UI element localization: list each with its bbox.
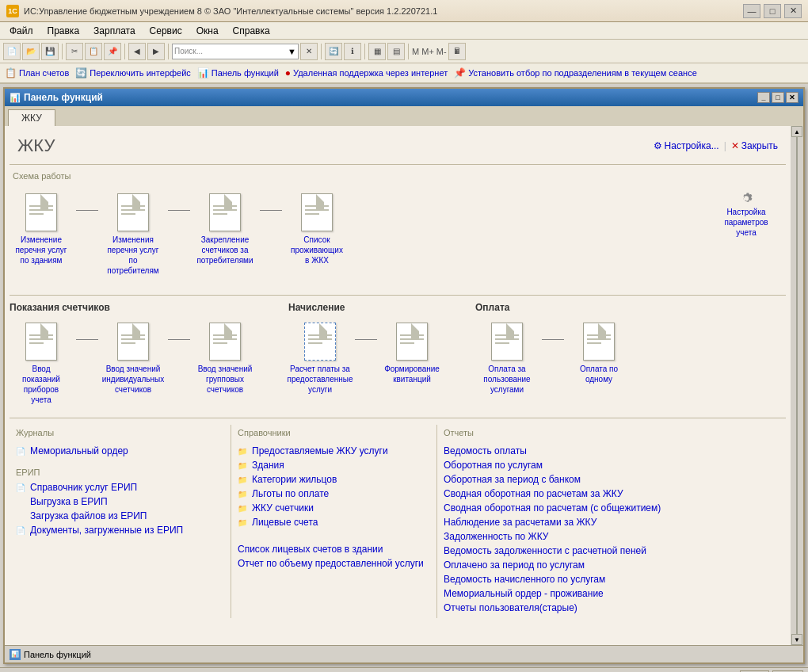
tb-refresh[interactable]: 🔄 bbox=[325, 43, 342, 60]
doc-icon-3 bbox=[209, 193, 241, 231]
report-turnover-bank[interactable]: Оборотная за период с банком bbox=[444, 472, 779, 487]
quick-panel-functions[interactable]: 📊 Панель функций bbox=[197, 67, 279, 78]
section-divider-2 bbox=[10, 418, 786, 418]
sprav-zhku-meters[interactable]: 📁 ЖКУ счетчики bbox=[238, 501, 430, 515]
tb-open[interactable]: 📂 bbox=[22, 43, 40, 60]
settings-button[interactable]: ⚙ Настройка... bbox=[654, 140, 719, 151]
window-title-buttons: _ □ ✕ bbox=[757, 92, 798, 103]
oplata-item-1[interactable]: Оплата за пользование услугами bbox=[475, 319, 539, 398]
window-title-icon: 📊 bbox=[10, 93, 21, 103]
pokazaniya-item-3[interactable]: Ввод значений групповых счетчиков bbox=[193, 319, 257, 398]
arrow-2: —— bbox=[168, 203, 190, 216]
erip-service-ref-link[interactable]: 📄 Справочник услуг ЕРИП bbox=[16, 480, 224, 494]
quick-switch-interface[interactable]: 🔄 Переключить интерфейс bbox=[75, 67, 191, 78]
middle-sections: Показания счетчиков Ввод показаний прибо… bbox=[10, 302, 786, 408]
schema-row: Изменение перечня услуг по зданиям —— Из… bbox=[10, 187, 786, 282]
nachislenie-item-1[interactable]: Расчет платы за предоставленные услуги bbox=[288, 319, 352, 398]
report-payment-statement[interactable]: Ведомость оплаты bbox=[444, 444, 779, 458]
menu-service[interactable]: Сервис bbox=[143, 24, 189, 38]
schema-item-4[interactable]: Список проживающих в ЖКХ bbox=[285, 190, 349, 269]
doc-small-icon3: 📄 bbox=[16, 526, 27, 535]
minimize-button[interactable]: — bbox=[743, 4, 760, 18]
scrollbar-area: ▲ ▼ bbox=[791, 126, 803, 645]
doc-icon-o1 bbox=[491, 323, 523, 361]
sprav-zhku-services[interactable]: 📁 Предоставляемые ЖКУ услуги bbox=[238, 444, 430, 458]
schema-item-1[interactable]: Изменение перечня услуг по зданиям bbox=[10, 190, 73, 269]
doc-icon-n2 bbox=[396, 323, 428, 361]
report-user-old[interactable]: Отчеты пользователя(старые) bbox=[444, 601, 779, 615]
quick-remote-support[interactable]: ● Удаленная поддержка через интернет bbox=[285, 67, 448, 78]
erip-import-link[interactable]: Загрузка файлов из ЕРИП bbox=[16, 509, 224, 523]
schema-item-2[interactable]: Изменения перечня услуг по потребителям bbox=[101, 190, 165, 279]
window-max-button[interactable]: □ bbox=[772, 92, 784, 103]
menu-file[interactable]: Файл bbox=[3, 24, 40, 38]
tb-info[interactable]: ℹ bbox=[344, 43, 361, 60]
pokazaniya-item-2[interactable]: Ввод значений индивидуальных счетчиков bbox=[101, 319, 165, 398]
menu-help[interactable]: Справка bbox=[227, 24, 276, 38]
tb-back[interactable]: ◀ bbox=[128, 43, 146, 60]
tb-forward[interactable]: ▶ bbox=[147, 43, 165, 60]
gear-svg-icon bbox=[730, 190, 762, 207]
report-consolidated-dorm[interactable]: Сводная оборотная по расчетам (с общежит… bbox=[444, 501, 779, 515]
doc-small-icon2: 📄 bbox=[16, 483, 27, 492]
tb-cut[interactable]: ✂ bbox=[66, 43, 83, 60]
panel-actions: ⚙ Настройка... | ✕ Закрыть bbox=[654, 140, 778, 151]
oplata-item-2[interactable]: Оплата по одному bbox=[567, 319, 631, 388]
nachislenie-item-2[interactable]: Формирование квитанций bbox=[380, 319, 444, 388]
tb-paste[interactable]: 📌 bbox=[104, 43, 121, 60]
report-debt-zhku[interactable]: Задолженность по ЖКУ bbox=[444, 529, 779, 544]
scroll-up-button[interactable]: ▲ bbox=[791, 126, 802, 137]
tb-sep2 bbox=[124, 44, 125, 59]
tab-zhku[interactable]: ЖКУ bbox=[8, 109, 55, 126]
tb-new[interactable]: 📄 bbox=[3, 43, 21, 60]
tb-grid1[interactable]: ▦ bbox=[368, 43, 386, 60]
doc-icon-4 bbox=[301, 193, 333, 231]
report-debt-penalty[interactable]: Ведомость задолженности с расчетной пене… bbox=[444, 544, 779, 558]
doc-icon-p1 bbox=[25, 323, 57, 361]
pokazaniya-section: Показания счетчиков Ввод показаний прибо… bbox=[10, 302, 257, 408]
report-turnover-services[interactable]: Оборотная по услугам bbox=[444, 458, 779, 472]
menu-windows[interactable]: Окна bbox=[190, 24, 225, 38]
window-close-button[interactable]: ✕ bbox=[786, 92, 798, 103]
tb-calc[interactable]: 🖩 bbox=[448, 43, 466, 60]
tb-sep1 bbox=[62, 44, 63, 59]
close-tab-button[interactable]: ✕ Закрыть bbox=[731, 140, 778, 151]
title-buttons: — □ ✕ bbox=[743, 4, 802, 18]
quick-accounts-plan[interactable]: 📋 План счетов bbox=[5, 67, 69, 78]
quick-set-filter[interactable]: 📌 Установить отбор по подразделениям в т… bbox=[454, 67, 697, 78]
oplata-items: Оплата за пользование услугами —— Оплата… bbox=[475, 319, 631, 398]
pokazaniya-items: Ввод показаний приборов учета —— Ввод зн… bbox=[10, 319, 257, 408]
sprav-personal-accounts[interactable]: 📁 Лицевые счета bbox=[238, 515, 430, 529]
menu-edit[interactable]: Правка bbox=[41, 24, 86, 38]
sprav-benefits[interactable]: 📁 Льготы по оплате bbox=[238, 487, 430, 501]
memorial-order-link[interactable]: 📄 Мемориальный ордер bbox=[16, 444, 224, 458]
sprav-residents-categories[interactable]: 📁 Категории жильцов bbox=[238, 472, 430, 487]
scroll-down-button[interactable]: ▼ bbox=[791, 634, 802, 645]
menu-salary[interactable]: Зарплата bbox=[87, 24, 142, 38]
schema-section-title: Схема работы bbox=[10, 171, 786, 181]
report-memorial-order-living[interactable]: Мемориальный ордер - проживание bbox=[444, 586, 779, 601]
erip-docs-link[interactable]: 📄 Документы, загруженные из ЕРИП bbox=[16, 523, 224, 537]
schema-item-3[interactable]: Закрепление счетчиков за потребителями bbox=[193, 190, 257, 269]
title-bar: 1С ИС:Управление бюджетным учреждением 8… bbox=[0, 0, 808, 22]
close-button[interactable]: ✕ bbox=[784, 4, 802, 18]
window-min-button[interactable]: _ bbox=[757, 92, 770, 103]
tb-copy[interactable]: 📋 bbox=[85, 43, 102, 60]
report-consolidated-zhku[interactable]: Сводная оборотная по расчетам за ЖКУ bbox=[444, 487, 779, 501]
sprav-accounts-in-building[interactable]: Список лицевых счетов в здании bbox=[238, 542, 430, 556]
tb-clear[interactable]: ✕ bbox=[300, 43, 318, 60]
bottom-bar: Для получения подсказки нажмите F1 CAP N… bbox=[0, 667, 808, 672]
pokazaniya-item-1[interactable]: Ввод показаний приборов учета bbox=[10, 319, 73, 408]
tb-search-combo[interactable]: Поиск... ▼ bbox=[172, 44, 299, 59]
erip-export-link[interactable]: Выгрузка в ЕРИП bbox=[16, 494, 224, 509]
tb-save[interactable]: 💾 bbox=[41, 43, 59, 60]
maximize-button[interactable]: □ bbox=[764, 4, 781, 18]
report-accrued-services[interactable]: Ведомость начисленного по услугам bbox=[444, 572, 779, 586]
settings-params-item[interactable]: Настройка параметров учета bbox=[722, 190, 770, 238]
sprav-buildings[interactable]: 📁 Здания bbox=[238, 458, 430, 472]
tb-grid2[interactable]: ▤ bbox=[387, 43, 405, 60]
report-monitoring-zhku[interactable]: Наблюдение за расчетами за ЖКУ bbox=[444, 515, 779, 529]
report-paid-period[interactable]: Оплачено за период по услугам bbox=[444, 558, 779, 572]
sprav-service-volume-report[interactable]: Отчет по объему предоставленной услуги bbox=[238, 556, 430, 571]
extra-sprav-items: Список лицевых счетов в здании Отчет по … bbox=[238, 542, 430, 571]
